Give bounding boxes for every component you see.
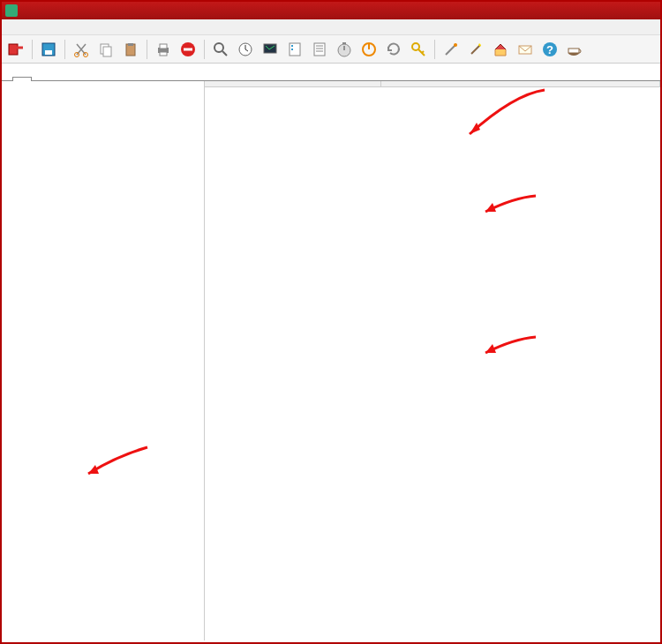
cut-icon[interactable] xyxy=(71,39,92,60)
svg-rect-13 xyxy=(184,48,192,50)
list-icon[interactable] xyxy=(309,39,330,60)
svg-rect-22 xyxy=(342,42,346,44)
coffee-icon[interactable] xyxy=(564,39,585,60)
col-property[interactable] xyxy=(205,81,381,86)
svg-rect-2 xyxy=(45,50,52,55)
svg-rect-19 xyxy=(291,49,293,50)
svg-text:?: ? xyxy=(546,43,553,56)
export-icon[interactable] xyxy=(5,39,26,60)
tab-memory[interactable] xyxy=(12,77,32,81)
toolbar: ? xyxy=(2,35,660,64)
svg-point-14 xyxy=(214,43,223,52)
menubar xyxy=(2,19,660,35)
wizard-icon[interactable] xyxy=(465,39,486,60)
svg-rect-20 xyxy=(314,43,325,56)
search-icon[interactable] xyxy=(210,39,231,60)
svg-rect-30 xyxy=(568,49,579,53)
tools-icon[interactable] xyxy=(440,39,462,60)
copy-icon[interactable] xyxy=(95,39,117,60)
stop-icon[interactable] xyxy=(177,39,199,60)
print-icon[interactable] xyxy=(153,39,174,60)
paste-icon[interactable] xyxy=(120,39,141,60)
save-icon[interactable] xyxy=(38,39,59,60)
key-icon[interactable] xyxy=(408,39,429,60)
tabbar xyxy=(2,64,660,81)
svg-rect-11 xyxy=(160,52,167,56)
refresh-icon[interactable] xyxy=(383,39,404,60)
help-icon[interactable]: ? xyxy=(539,39,560,60)
svg-rect-8 xyxy=(128,43,133,46)
titlebar[interactable] xyxy=(2,2,660,19)
svg-rect-10 xyxy=(160,44,167,49)
app-icon xyxy=(5,4,18,17)
svg-rect-0 xyxy=(9,44,18,55)
svg-rect-6 xyxy=(103,47,111,56)
svg-rect-18 xyxy=(291,45,293,47)
monitor-icon[interactable] xyxy=(260,39,281,60)
report-icon[interactable] xyxy=(284,39,305,60)
power-icon[interactable] xyxy=(358,39,380,60)
grid-header xyxy=(205,81,660,87)
svg-rect-17 xyxy=(290,43,300,56)
home-icon[interactable] xyxy=(490,39,511,60)
tree-panel[interactable] xyxy=(2,81,205,640)
clock-icon[interactable] xyxy=(235,39,256,60)
mail-icon[interactable] xyxy=(515,39,536,60)
col-value[interactable] xyxy=(381,81,660,86)
grid-panel[interactable] xyxy=(205,81,660,640)
svg-point-25 xyxy=(454,43,457,47)
timer-icon[interactable] xyxy=(334,39,355,60)
svg-point-24 xyxy=(412,43,419,50)
